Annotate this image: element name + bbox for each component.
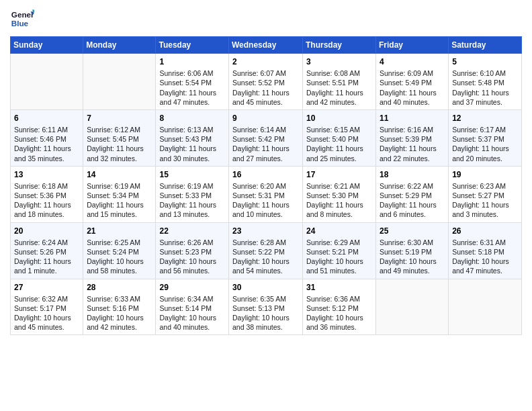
day-number: 30 <box>232 282 299 293</box>
calendar-cell: 25Sunrise: 6:30 AMSunset: 5:19 PMDayligh… <box>376 222 449 279</box>
day-info: Sunrise: 6:28 AM <box>232 238 299 247</box>
day-number: 24 <box>306 226 372 236</box>
day-info: Sunset: 5:16 PM <box>87 304 152 313</box>
day-info: Sunset: 5:29 PM <box>380 191 445 200</box>
day-info: Sunrise: 6:22 AM <box>380 181 445 191</box>
day-info: Daylight: 11 hours and 3 minutes. <box>452 200 518 219</box>
day-info: Sunrise: 6:10 AM <box>452 68 518 78</box>
day-number: 8 <box>159 113 225 124</box>
day-info: Sunset: 5:34 PM <box>87 191 152 200</box>
calendar-table: Sunday Monday Tuesday Wednesday Thursday… <box>10 36 522 335</box>
day-info: Sunrise: 6:12 AM <box>87 125 152 134</box>
day-number: 27 <box>14 282 79 293</box>
day-info: Sunrise: 6:34 AM <box>159 294 225 304</box>
calendar-cell: 12Sunrise: 6:17 AMSunset: 5:37 PMDayligh… <box>449 109 522 166</box>
calendar-cell: 21Sunrise: 6:25 AMSunset: 5:24 PMDayligh… <box>83 222 156 279</box>
day-info: Sunset: 5:22 PM <box>232 247 299 257</box>
day-info: Daylight: 11 hours and 13 minutes. <box>159 200 225 219</box>
day-info: Daylight: 11 hours and 45 minutes. <box>232 88 299 107</box>
day-info: Daylight: 11 hours and 35 minutes. <box>14 144 79 163</box>
col-monday: Monday <box>83 37 156 54</box>
day-info: Sunset: 5:48 PM <box>452 78 518 87</box>
day-info: Sunrise: 6:31 AM <box>452 238 518 247</box>
calendar-cell: 23Sunrise: 6:28 AMSunset: 5:22 PMDayligh… <box>229 222 303 279</box>
calendar-cell: 27Sunrise: 6:32 AMSunset: 5:17 PMDayligh… <box>11 279 83 335</box>
day-info: Sunrise: 6:09 AM <box>380 68 445 78</box>
calendar-cell: 5Sunrise: 6:10 AMSunset: 5:48 PMDaylight… <box>449 54 522 110</box>
day-number: 17 <box>306 169 372 180</box>
day-info: Sunrise: 6:16 AM <box>380 125 445 134</box>
day-info: Daylight: 11 hours and 20 minutes. <box>452 144 518 163</box>
col-sunday: Sunday <box>11 37 83 54</box>
logo: General Blue <box>10 7 38 31</box>
day-info: Sunset: 5:33 PM <box>159 191 225 200</box>
day-info: Sunrise: 6:21 AM <box>306 181 372 191</box>
day-number: 19 <box>452 169 518 180</box>
day-number: 16 <box>232 169 299 180</box>
day-info: Sunrise: 6:17 AM <box>452 125 518 134</box>
col-tuesday: Tuesday <box>156 37 229 54</box>
calendar-cell <box>449 279 522 335</box>
day-info: Daylight: 10 hours and 38 minutes. <box>232 313 299 332</box>
calendar-cell: 24Sunrise: 6:29 AMSunset: 5:21 PMDayligh… <box>303 222 376 279</box>
day-info: Daylight: 11 hours and 22 minutes. <box>380 144 445 163</box>
day-number: 14 <box>87 169 152 180</box>
day-number: 1 <box>159 56 225 67</box>
day-info: Daylight: 11 hours and 1 minute. <box>14 257 79 275</box>
day-info: Daylight: 11 hours and 42 minutes. <box>306 88 372 107</box>
day-info: Sunrise: 6:20 AM <box>232 181 299 191</box>
calendar-cell: 14Sunrise: 6:19 AMSunset: 5:34 PMDayligh… <box>83 166 156 222</box>
day-number: 21 <box>87 226 152 236</box>
day-info: Sunrise: 6:13 AM <box>159 125 225 134</box>
day-info: Daylight: 11 hours and 30 minutes. <box>159 144 225 163</box>
day-info: Daylight: 11 hours and 27 minutes. <box>232 144 299 163</box>
calendar-cell: 19Sunrise: 6:23 AMSunset: 5:27 PMDayligh… <box>449 166 522 222</box>
logo-icon: General Blue <box>10 7 34 31</box>
col-saturday: Saturday <box>449 37 522 54</box>
calendar-cell: 20Sunrise: 6:24 AMSunset: 5:26 PMDayligh… <box>11 222 83 279</box>
day-number: 12 <box>452 113 518 124</box>
day-number: 23 <box>232 226 299 236</box>
day-info: Sunset: 5:14 PM <box>159 304 225 313</box>
svg-text:Blue: Blue <box>11 19 29 28</box>
calendar-cell: 26Sunrise: 6:31 AMSunset: 5:18 PMDayligh… <box>449 222 522 279</box>
day-info: Daylight: 10 hours and 40 minutes. <box>159 313 225 332</box>
day-number: 5 <box>452 56 518 67</box>
day-info: Sunset: 5:46 PM <box>14 134 79 144</box>
day-info: Sunrise: 6:19 AM <box>87 181 152 191</box>
calendar-cell: 17Sunrise: 6:21 AMSunset: 5:30 PMDayligh… <box>303 166 376 222</box>
col-thursday: Thursday <box>303 37 376 54</box>
calendar-cell: 9Sunrise: 6:14 AMSunset: 5:42 PMDaylight… <box>229 109 303 166</box>
day-info: Sunset: 5:24 PM <box>87 247 152 257</box>
day-number: 11 <box>380 113 445 124</box>
calendar-cell: 31Sunrise: 6:36 AMSunset: 5:12 PMDayligh… <box>303 279 376 335</box>
day-info: Sunrise: 6:33 AM <box>87 294 152 304</box>
day-info: Sunrise: 6:30 AM <box>380 238 445 247</box>
day-info: Daylight: 10 hours and 49 minutes. <box>380 257 445 275</box>
calendar-cell: 3Sunrise: 6:08 AMSunset: 5:51 PMDaylight… <box>303 54 376 110</box>
calendar-cell: 6Sunrise: 6:11 AMSunset: 5:46 PMDaylight… <box>11 109 83 166</box>
day-number: 3 <box>306 56 372 67</box>
day-number: 4 <box>380 56 445 67</box>
day-info: Daylight: 11 hours and 47 minutes. <box>159 88 225 107</box>
calendar-cell: 15Sunrise: 6:19 AMSunset: 5:33 PMDayligh… <box>156 166 229 222</box>
calendar-cell <box>11 54 83 110</box>
day-info: Daylight: 10 hours and 51 minutes. <box>306 257 372 275</box>
calendar-cell: 10Sunrise: 6:15 AMSunset: 5:40 PMDayligh… <box>303 109 376 166</box>
day-info: Daylight: 10 hours and 54 minutes. <box>232 257 299 275</box>
day-number: 28 <box>87 282 152 293</box>
day-info: Sunrise: 6:29 AM <box>306 238 372 247</box>
day-info: Sunrise: 6:08 AM <box>306 68 372 78</box>
calendar-week-3: 13Sunrise: 6:18 AMSunset: 5:36 PMDayligh… <box>11 166 522 222</box>
col-friday: Friday <box>376 37 449 54</box>
calendar-cell: 11Sunrise: 6:16 AMSunset: 5:39 PMDayligh… <box>376 109 449 166</box>
day-info: Daylight: 11 hours and 10 minutes. <box>232 200 299 219</box>
day-info: Sunset: 5:37 PM <box>452 134 518 144</box>
day-info: Daylight: 11 hours and 15 minutes. <box>87 200 152 219</box>
day-info: Sunset: 5:31 PM <box>232 191 299 200</box>
calendar-cell: 18Sunrise: 6:22 AMSunset: 5:29 PMDayligh… <box>376 166 449 222</box>
day-info: Sunset: 5:51 PM <box>306 78 372 87</box>
header: General Blue <box>10 7 522 31</box>
day-info: Sunset: 5:39 PM <box>380 134 445 144</box>
day-info: Daylight: 10 hours and 42 minutes. <box>87 313 152 332</box>
